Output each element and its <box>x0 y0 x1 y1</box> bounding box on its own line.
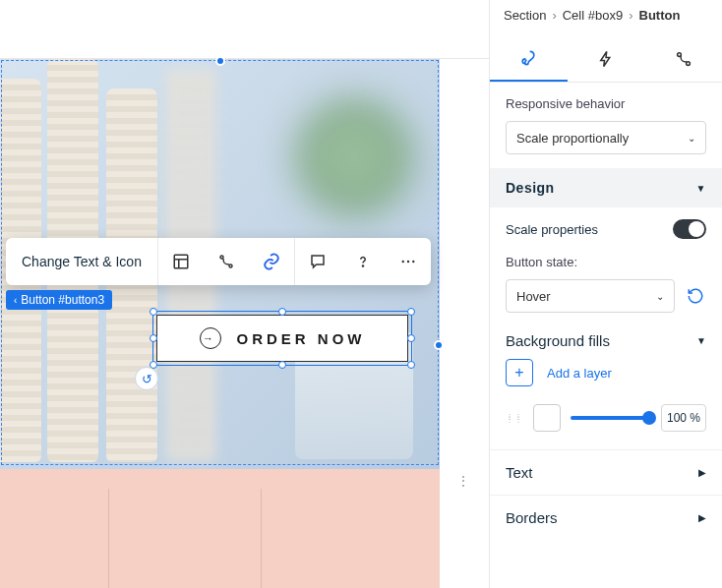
borders-section-header[interactable]: Borders ▶ <box>490 495 722 540</box>
color-swatch[interactable] <box>533 404 561 432</box>
element-badge-label: Button #button3 <box>21 293 104 307</box>
arrow-right-circle-icon: → <box>200 327 221 349</box>
panel-tabs <box>490 36 722 83</box>
svg-point-8 <box>686 62 690 66</box>
canvas-top-strip <box>0 0 489 59</box>
svg-point-7 <box>677 53 681 57</box>
layout-icon[interactable] <box>158 238 204 285</box>
text-section-header[interactable]: Text ▶ <box>490 449 722 495</box>
reset-icon[interactable]: ↺ <box>135 367 158 390</box>
more-icon[interactable] <box>386 238 431 285</box>
svg-point-1 <box>220 256 223 259</box>
svg-point-2 <box>229 265 232 267</box>
element-badge[interactable]: ‹ Button #button3 <box>6 290 112 310</box>
chevron-right-icon: › <box>629 8 632 23</box>
svg-rect-0 <box>174 255 188 268</box>
triangle-down-icon: ▼ <box>696 335 706 346</box>
order-now-label: ORDER NOW <box>237 330 366 347</box>
tab-design[interactable] <box>490 36 568 82</box>
comment-icon[interactable] <box>295 238 340 285</box>
paint-brush-icon <box>518 48 538 68</box>
drag-handle-icon[interactable]: ⋮⋮⋮⋮ <box>506 415 523 421</box>
tab-settings[interactable] <box>644 36 722 82</box>
triangle-down-icon: ▼ <box>696 183 706 194</box>
svg-point-5 <box>407 261 409 263</box>
design-section-header[interactable]: Design ▼ <box>490 168 722 207</box>
link-icon[interactable] <box>249 238 294 285</box>
responsive-behavior-dropdown[interactable]: Scale proportionally ⌄ <box>506 121 706 154</box>
editor-canvas[interactable]: Change Text & Icon <box>0 0 489 588</box>
svg-point-4 <box>401 261 403 263</box>
reset-state-icon[interactable] <box>685 287 706 305</box>
svg-point-3 <box>362 265 363 266</box>
chevron-down-icon: ⌄ <box>656 291 664 302</box>
triangle-right-icon: ▶ <box>698 467 706 478</box>
help-icon[interactable] <box>340 238 386 285</box>
button-state-dropdown[interactable]: Hover ⌄ <box>506 279 675 313</box>
canvas-pink-section <box>0 469 440 588</box>
triangle-right-icon: ▶ <box>698 512 706 523</box>
breadcrumb: Section › Cell #box9 › Button <box>490 0 722 36</box>
chevron-left-icon: ‹ <box>14 295 17 306</box>
opacity-value[interactable]: 100 % <box>661 404 706 432</box>
responsive-behavior-label: Responsive behavior <box>506 96 706 111</box>
scale-properties-label: Scale properties <box>506 222 598 237</box>
animation-icon[interactable] <box>204 238 249 285</box>
breadcrumb-item[interactable]: Section <box>504 8 546 23</box>
svg-point-6 <box>412 261 414 263</box>
chevron-down-icon: ⌄ <box>688 133 695 144</box>
lightning-icon <box>597 50 615 68</box>
order-now-button[interactable]: → ORDER NOW <box>156 315 408 362</box>
button-state-label: Button state: <box>506 255 706 269</box>
chevron-right-icon: › <box>552 8 556 23</box>
inspector-panel: Section › Cell #box9 › Button Responsive… <box>489 0 722 588</box>
breadcrumb-item[interactable]: Cell #box9 <box>563 8 623 23</box>
floating-toolbar: Change Text & Icon <box>6 238 431 285</box>
scale-properties-toggle[interactable] <box>673 219 706 239</box>
middle-drag-handle-icon[interactable]: ⋮ <box>457 479 470 484</box>
change-text-icon-button[interactable]: Change Text & Icon <box>6 238 157 285</box>
connector-icon <box>675 50 692 68</box>
opacity-slider[interactable] <box>571 416 651 420</box>
plus-icon: + <box>506 359 533 386</box>
background-fills-header[interactable]: Background fills ▼ <box>490 328 722 359</box>
tab-interactions[interactable] <box>568 36 645 82</box>
add-layer-button[interactable]: + Add a layer <box>490 359 722 400</box>
breadcrumb-item-active: Button <box>639 8 681 23</box>
